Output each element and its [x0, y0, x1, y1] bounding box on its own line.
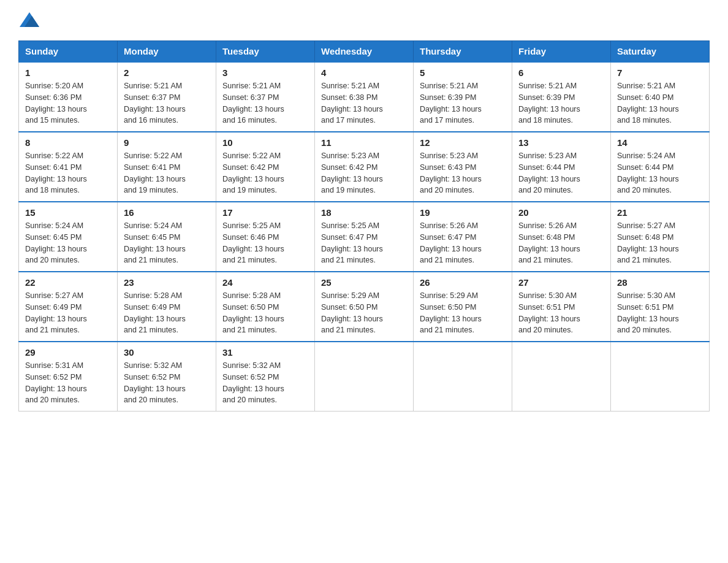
day-number: 6: [518, 67, 604, 78]
day-number: 24: [222, 277, 308, 288]
day-info: Sunrise: 5:26 AMSunset: 6:48 PMDaylight:…: [518, 221, 580, 264]
day-number: 22: [25, 277, 111, 288]
day-info: Sunrise: 5:21 AMSunset: 6:37 PMDaylight:…: [222, 82, 284, 124]
day-info: Sunrise: 5:30 AMSunset: 6:51 PMDaylight:…: [617, 291, 679, 334]
calendar-cell: [315, 342, 414, 412]
logo-icon: [18, 10, 40, 32]
calendar-cell: 2 Sunrise: 5:21 AMSunset: 6:37 PMDayligh…: [118, 62, 216, 132]
calendar-week-2: 8 Sunrise: 5:22 AMSunset: 6:41 PMDayligh…: [19, 132, 710, 202]
day-number: 5: [420, 67, 506, 78]
day-info: Sunrise: 5:24 AMSunset: 6:45 PMDaylight:…: [124, 221, 186, 264]
calendar-cell: 11 Sunrise: 5:23 AMSunset: 6:42 PMDaylig…: [315, 132, 414, 202]
calendar-cell: 3 Sunrise: 5:21 AMSunset: 6:37 PMDayligh…: [216, 62, 315, 132]
calendar-cell: 8 Sunrise: 5:22 AMSunset: 6:41 PMDayligh…: [19, 132, 118, 202]
calendar-cell: 26 Sunrise: 5:29 AMSunset: 6:50 PMDaylig…: [414, 272, 512, 342]
day-number: 15: [25, 207, 111, 218]
day-number: 27: [518, 277, 604, 288]
calendar-cell: 4 Sunrise: 5:21 AMSunset: 6:38 PMDayligh…: [315, 62, 414, 132]
header-saturday: Saturday: [611, 41, 710, 63]
day-number: 7: [617, 67, 703, 78]
calendar-cell: 28 Sunrise: 5:30 AMSunset: 6:51 PMDaylig…: [611, 272, 710, 342]
calendar-cell: 18 Sunrise: 5:25 AMSunset: 6:47 PMDaylig…: [315, 202, 414, 272]
calendar-cell: 9 Sunrise: 5:22 AMSunset: 6:41 PMDayligh…: [118, 132, 216, 202]
day-info: Sunrise: 5:24 AMSunset: 6:44 PMDaylight:…: [617, 151, 679, 194]
day-number: 17: [222, 207, 308, 218]
header-thursday: Thursday: [414, 41, 512, 63]
calendar-cell: [611, 342, 710, 412]
day-info: Sunrise: 5:27 AMSunset: 6:49 PMDaylight:…: [25, 291, 87, 334]
day-number: 14: [617, 137, 703, 148]
calendar-cell: 1 Sunrise: 5:20 AMSunset: 6:36 PMDayligh…: [19, 62, 118, 132]
day-number: 23: [124, 277, 210, 288]
calendar-cell: 25 Sunrise: 5:29 AMSunset: 6:50 PMDaylig…: [315, 272, 414, 342]
day-info: Sunrise: 5:25 AMSunset: 6:46 PMDaylight:…: [222, 221, 284, 264]
calendar-cell: 24 Sunrise: 5:28 AMSunset: 6:50 PMDaylig…: [216, 272, 315, 342]
calendar-cell: 17 Sunrise: 5:25 AMSunset: 6:46 PMDaylig…: [216, 202, 315, 272]
day-number: 20: [518, 207, 604, 218]
day-info: Sunrise: 5:21 AMSunset: 6:37 PMDaylight:…: [124, 82, 186, 124]
calendar-cell: [512, 342, 611, 412]
day-info: Sunrise: 5:25 AMSunset: 6:47 PMDaylight:…: [321, 221, 383, 264]
day-number: 25: [321, 277, 407, 288]
day-info: Sunrise: 5:26 AMSunset: 6:47 PMDaylight:…: [420, 221, 482, 264]
day-number: 29: [25, 347, 111, 358]
day-info: Sunrise: 5:21 AMSunset: 6:40 PMDaylight:…: [617, 82, 679, 124]
day-info: Sunrise: 5:23 AMSunset: 6:42 PMDaylight:…: [321, 151, 383, 194]
day-info: Sunrise: 5:21 AMSunset: 6:38 PMDaylight:…: [321, 82, 383, 124]
day-info: Sunrise: 5:22 AMSunset: 6:41 PMDaylight:…: [25, 151, 87, 194]
day-info: Sunrise: 5:23 AMSunset: 6:43 PMDaylight:…: [420, 151, 482, 194]
page-header: [18, 12, 710, 28]
day-info: Sunrise: 5:32 AMSunset: 6:52 PMDaylight:…: [222, 361, 284, 404]
day-number: 4: [321, 67, 407, 78]
calendar-cell: 27 Sunrise: 5:30 AMSunset: 6:51 PMDaylig…: [512, 272, 611, 342]
calendar-cell: 23 Sunrise: 5:28 AMSunset: 6:49 PMDaylig…: [118, 272, 216, 342]
header-tuesday: Tuesday: [216, 41, 315, 63]
day-info: Sunrise: 5:28 AMSunset: 6:49 PMDaylight:…: [124, 291, 186, 334]
calendar-week-3: 15 Sunrise: 5:24 AMSunset: 6:45 PMDaylig…: [19, 202, 710, 272]
day-number: 1: [25, 67, 111, 78]
header-monday: Monday: [118, 41, 216, 63]
calendar-cell: 6 Sunrise: 5:21 AMSunset: 6:39 PMDayligh…: [512, 62, 611, 132]
day-info: Sunrise: 5:22 AMSunset: 6:41 PMDaylight:…: [124, 151, 186, 194]
header-sunday: Sunday: [19, 41, 118, 63]
day-number: 28: [617, 277, 703, 288]
calendar-week-5: 29 Sunrise: 5:31 AMSunset: 6:52 PMDaylig…: [19, 342, 710, 412]
day-number: 9: [124, 137, 210, 148]
day-number: 26: [420, 277, 506, 288]
calendar-week-1: 1 Sunrise: 5:20 AMSunset: 6:36 PMDayligh…: [19, 62, 710, 132]
day-number: 10: [222, 137, 308, 148]
day-number: 3: [222, 67, 308, 78]
header-friday: Friday: [512, 41, 611, 63]
day-info: Sunrise: 5:20 AMSunset: 6:36 PMDaylight:…: [25, 82, 87, 124]
calendar-cell: 14 Sunrise: 5:24 AMSunset: 6:44 PMDaylig…: [611, 132, 710, 202]
day-info: Sunrise: 5:28 AMSunset: 6:50 PMDaylight:…: [222, 291, 284, 334]
day-number: 31: [222, 347, 308, 358]
calendar-week-4: 22 Sunrise: 5:27 AMSunset: 6:49 PMDaylig…: [19, 272, 710, 342]
day-number: 21: [617, 207, 703, 218]
day-info: Sunrise: 5:27 AMSunset: 6:48 PMDaylight:…: [617, 221, 679, 264]
calendar-cell: 10 Sunrise: 5:22 AMSunset: 6:42 PMDaylig…: [216, 132, 315, 202]
day-number: 8: [25, 137, 111, 148]
logo: [18, 12, 40, 28]
calendar-cell: 5 Sunrise: 5:21 AMSunset: 6:39 PMDayligh…: [414, 62, 512, 132]
calendar-cell: 21 Sunrise: 5:27 AMSunset: 6:48 PMDaylig…: [611, 202, 710, 272]
day-number: 2: [124, 67, 210, 78]
calendar-cell: 29 Sunrise: 5:31 AMSunset: 6:52 PMDaylig…: [19, 342, 118, 412]
day-info: Sunrise: 5:29 AMSunset: 6:50 PMDaylight:…: [321, 291, 383, 334]
day-number: 11: [321, 137, 407, 148]
calendar-cell: 20 Sunrise: 5:26 AMSunset: 6:48 PMDaylig…: [512, 202, 611, 272]
day-info: Sunrise: 5:31 AMSunset: 6:52 PMDaylight:…: [25, 361, 87, 404]
day-info: Sunrise: 5:21 AMSunset: 6:39 PMDaylight:…: [518, 82, 580, 124]
calendar-table: SundayMondayTuesdayWednesdayThursdayFrid…: [18, 40, 710, 412]
day-info: Sunrise: 5:23 AMSunset: 6:44 PMDaylight:…: [518, 151, 580, 194]
calendar-cell: 30 Sunrise: 5:32 AMSunset: 6:52 PMDaylig…: [118, 342, 216, 412]
day-info: Sunrise: 5:30 AMSunset: 6:51 PMDaylight:…: [518, 291, 580, 334]
day-info: Sunrise: 5:32 AMSunset: 6:52 PMDaylight:…: [124, 361, 186, 404]
calendar-cell: 16 Sunrise: 5:24 AMSunset: 6:45 PMDaylig…: [118, 202, 216, 272]
day-number: 18: [321, 207, 407, 218]
day-info: Sunrise: 5:29 AMSunset: 6:50 PMDaylight:…: [420, 291, 482, 334]
header-wednesday: Wednesday: [315, 41, 414, 63]
calendar-cell: 31 Sunrise: 5:32 AMSunset: 6:52 PMDaylig…: [216, 342, 315, 412]
calendar-cell: 7 Sunrise: 5:21 AMSunset: 6:40 PMDayligh…: [611, 62, 710, 132]
day-number: 16: [124, 207, 210, 218]
